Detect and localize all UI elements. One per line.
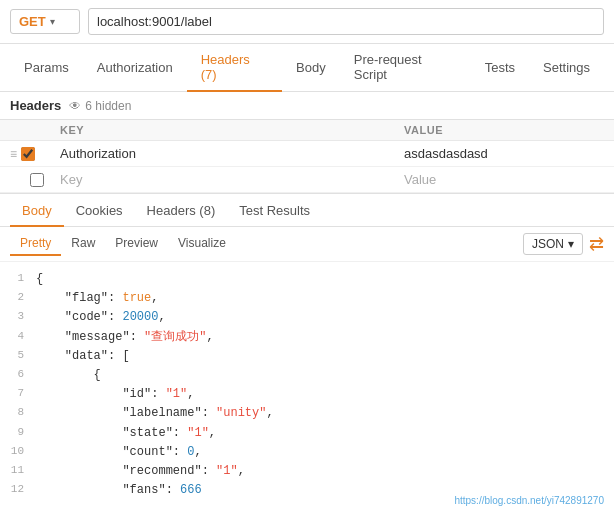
fmt-tab-pretty[interactable]: Pretty — [10, 232, 61, 256]
line-number: 9 — [6, 424, 36, 442]
line-content: "recommend": "1", — [36, 462, 245, 481]
row-controls-empty — [10, 173, 60, 187]
code-line-11: 11 "recommend": "1", — [0, 462, 614, 481]
line-number: 1 — [6, 270, 36, 288]
code-line-8: 8 "labelname": "unity", — [0, 404, 614, 423]
resp-tab-cookies[interactable]: Cookies — [64, 196, 135, 227]
line-content: "code": 20000, — [36, 308, 166, 327]
code-line-7: 7 "id": "1", — [0, 385, 614, 404]
row-checkbox-empty[interactable] — [30, 173, 44, 187]
json-label: JSON — [532, 237, 564, 251]
code-line-2: 2 "flag": true, — [0, 289, 614, 308]
resp-tab-test-results[interactable]: Test Results — [227, 196, 322, 227]
line-content: "flag": true, — [36, 289, 158, 308]
line-number: 12 — [6, 481, 36, 499]
format-bar: Pretty Raw Preview Visualize JSON ▾ ⇄ — [0, 227, 614, 262]
row-value-placeholder[interactable]: Value — [404, 172, 604, 187]
top-bar: GET ▾ — [0, 0, 614, 44]
code-line-4: 4 "message": "查询成功", — [0, 328, 614, 347]
fmt-tab-visualize[interactable]: Visualize — [168, 232, 236, 256]
method-dropdown[interactable]: GET ▾ — [10, 9, 80, 34]
tab-pre-request-script[interactable]: Pre-request Script — [340, 44, 471, 92]
eye-icon: 👁 — [69, 99, 81, 113]
headers-table: KEY VALUE ≡ Authorization asdasdasdasd K… — [0, 120, 614, 194]
table-row: ≡ Authorization asdasdasdasd — [0, 141, 614, 167]
code-line-6: 6 { — [0, 366, 614, 385]
line-content: "labelname": "unity", — [36, 404, 274, 423]
tab-tests[interactable]: Tests — [471, 52, 529, 85]
line-number: 5 — [6, 347, 36, 365]
headers-section-bar: Headers 👁 6 hidden — [0, 92, 614, 120]
json-chevron-icon: ▾ — [568, 237, 574, 251]
line-number: 11 — [6, 462, 36, 480]
json-format-dropdown[interactable]: JSON ▾ — [523, 233, 583, 255]
tab-headers[interactable]: Headers (7) — [187, 44, 282, 92]
col-value-label: VALUE — [404, 124, 604, 136]
resp-tab-headers[interactable]: Headers (8) — [135, 196, 228, 227]
col-key-label: KEY — [60, 124, 404, 136]
tab-params[interactable]: Params — [10, 52, 83, 85]
tab-settings[interactable]: Settings — [529, 52, 604, 85]
tab-body[interactable]: Body — [282, 52, 340, 85]
hidden-count: 6 hidden — [85, 99, 131, 113]
line-content: "id": "1", — [36, 385, 194, 404]
code-line-5: 5 "data": [ — [0, 347, 614, 366]
fmt-tab-preview[interactable]: Preview — [105, 232, 168, 256]
watermark: https://blog.csdn.net/yi742891270 — [454, 495, 604, 506]
tab-authorization[interactable]: Authorization — [83, 52, 187, 85]
chevron-down-icon: ▾ — [50, 16, 55, 27]
row-checkbox[interactable] — [21, 147, 35, 161]
headers-label: Headers — [10, 98, 61, 113]
line-content: { — [36, 270, 43, 289]
line-content: "data": [ — [36, 347, 130, 366]
row-value[interactable]: asdasdasdasd — [404, 146, 604, 161]
drag-handle-icon[interactable]: ≡ — [10, 147, 17, 161]
url-input[interactable] — [88, 8, 604, 35]
resp-tab-body[interactable]: Body — [10, 196, 64, 227]
table-header: KEY VALUE — [0, 120, 614, 141]
code-line-3: 3 "code": 20000, — [0, 308, 614, 327]
method-label: GET — [19, 14, 46, 29]
row-controls: ≡ — [10, 147, 60, 161]
fmt-tab-raw[interactable]: Raw — [61, 232, 105, 256]
line-content: "state": "1", — [36, 424, 216, 443]
hidden-badge: 👁 6 hidden — [69, 99, 131, 113]
line-content: "fans": 666 — [36, 481, 202, 500]
row-key-placeholder[interactable]: Key — [60, 172, 404, 187]
line-number: 3 — [6, 308, 36, 326]
request-tabs: Params Authorization Headers (7) Body Pr… — [0, 44, 614, 92]
wrap-lines-icon[interactable]: ⇄ — [589, 233, 604, 255]
line-content: { — [36, 366, 101, 385]
table-row: Key Value — [0, 167, 614, 193]
line-number: 4 — [6, 328, 36, 346]
line-number: 8 — [6, 404, 36, 422]
line-content: "count": 0, — [36, 443, 202, 462]
line-number: 7 — [6, 385, 36, 403]
response-code-block: 1 { 2 "flag": true, 3 "code": 20000, 4 "… — [0, 262, 614, 508]
code-line-9: 9 "state": "1", — [0, 424, 614, 443]
line-number: 6 — [6, 366, 36, 384]
code-line-1: 1 { — [0, 270, 614, 289]
line-number: 10 — [6, 443, 36, 461]
line-number: 2 — [6, 289, 36, 307]
code-line-10: 10 "count": 0, — [0, 443, 614, 462]
response-tabs: Body Cookies Headers (8) Test Results — [0, 196, 614, 227]
line-content: "message": "查询成功", — [36, 328, 214, 347]
row-key[interactable]: Authorization — [60, 146, 404, 161]
format-right: JSON ▾ ⇄ — [523, 233, 604, 255]
